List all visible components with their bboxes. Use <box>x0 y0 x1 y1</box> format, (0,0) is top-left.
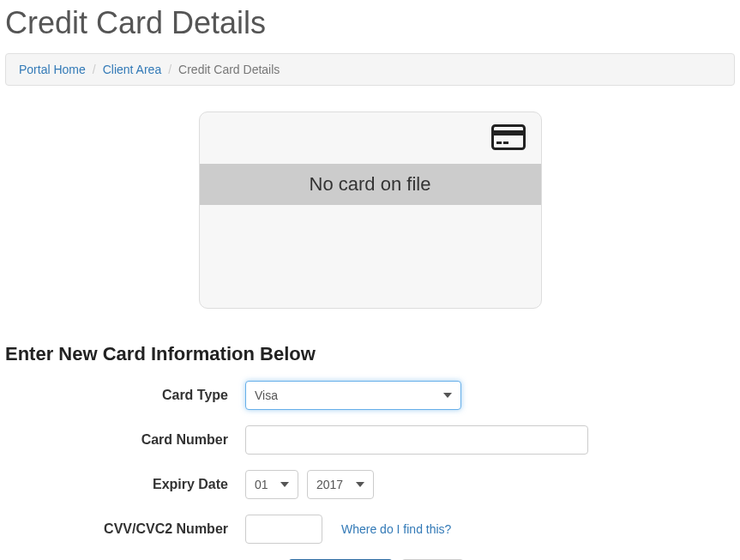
credit-card-icon <box>491 124 526 150</box>
card-status-text: No card on file <box>310 173 431 196</box>
svg-rect-2 <box>496 142 502 144</box>
page-title: Credit Card Details <box>0 0 740 53</box>
card-type-select[interactable]: Visa <box>245 381 461 410</box>
card-number-input[interactable] <box>245 425 588 455</box>
cvv-input[interactable] <box>245 515 322 544</box>
cvv-label: CVV/CVC2 Number <box>5 521 245 537</box>
card-type-label: Card Type <box>5 388 245 403</box>
card-on-file-panel: No card on file <box>199 111 542 309</box>
breadcrumb-separator: / <box>168 63 171 76</box>
svg-rect-0 <box>492 126 524 149</box>
breadcrumb-current: Credit Card Details <box>178 63 280 76</box>
card-number-label: Card Number <box>5 432 245 448</box>
form-heading: Enter New Card Information Below <box>0 343 740 381</box>
cvv-helper-link[interactable]: Where do I find this? <box>341 522 451 536</box>
breadcrumb-link-portal-home[interactable]: Portal Home <box>19 63 86 76</box>
expiry-year-select[interactable]: 2017 <box>307 470 374 499</box>
svg-rect-1 <box>492 130 524 135</box>
card-status-stripe: No card on file <box>200 164 541 205</box>
breadcrumb-link-client-area[interactable]: Client Area <box>103 63 161 76</box>
expiry-date-label: Expiry Date <box>5 477 245 492</box>
card-form: Card Type Visa Card Number Expiry Date 0… <box>0 381 740 560</box>
breadcrumb: Portal Home / Client Area / Credit Card … <box>5 53 735 86</box>
breadcrumb-separator: / <box>93 63 96 76</box>
svg-rect-3 <box>503 142 508 144</box>
expiry-month-select[interactable]: 01 <box>245 470 298 499</box>
